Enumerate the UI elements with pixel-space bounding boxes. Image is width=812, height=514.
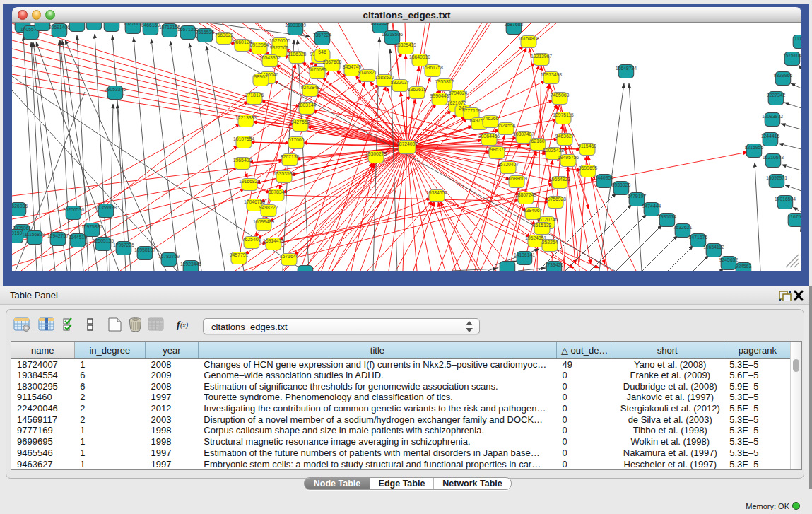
svg-text:15720407: 15720407 <box>498 162 519 167</box>
svg-text:8454749: 8454749 <box>343 64 362 69</box>
svg-text:3675685: 3675685 <box>308 67 327 72</box>
svg-text:1575104: 1575104 <box>783 53 801 58</box>
svg-text:6794024: 6794024 <box>449 90 468 95</box>
svg-text:16782759: 16782759 <box>158 254 180 259</box>
svg-text:8813054: 8813054 <box>371 23 390 25</box>
svg-text:10973493: 10973493 <box>541 72 562 77</box>
svg-text:9660124: 9660124 <box>233 40 252 45</box>
svg-text:7625402: 7625402 <box>242 237 261 242</box>
svg-text:19384554: 19384554 <box>426 190 447 195</box>
svg-text:17359928: 17359928 <box>95 205 117 210</box>
svg-text:19495756: 19495756 <box>558 155 579 160</box>
svg-text:9329966: 9329966 <box>774 73 793 78</box>
svg-text:9327505: 9327505 <box>270 45 289 50</box>
svg-text:2718176: 2718176 <box>245 93 264 98</box>
svg-text:19756928: 19756928 <box>545 197 566 201</box>
svg-text:16914479: 16914479 <box>263 238 284 243</box>
svg-text:12505135: 12505135 <box>93 238 114 243</box>
svg-text:16543362: 16543362 <box>259 55 281 60</box>
svg-text:746266: 746266 <box>483 116 499 121</box>
svg-text:8215955: 8215955 <box>745 145 764 150</box>
svg-text:8912954: 8912954 <box>250 42 269 47</box>
svg-text:2867608: 2867608 <box>323 59 342 64</box>
svg-text:13353594: 13353594 <box>273 171 295 176</box>
svg-text:19654923: 19654923 <box>549 177 570 182</box>
svg-text:16099489: 16099489 <box>253 219 274 224</box>
svg-text:9146821: 9146821 <box>358 70 377 75</box>
svg-text:8267130: 8267130 <box>281 154 300 159</box>
svg-text:12093872: 12093872 <box>762 114 783 119</box>
svg-text:1965493: 1965493 <box>233 158 252 163</box>
svg-text:9463627: 9463627 <box>555 134 575 139</box>
svg-text:2687682: 2687682 <box>505 23 524 27</box>
svg-text:10688609: 10688609 <box>506 176 527 181</box>
svg-text:8186328: 8186328 <box>288 52 307 57</box>
svg-text:15692971: 15692971 <box>766 175 787 180</box>
svg-text:9242848: 9242848 <box>301 85 320 90</box>
svg-text:7485063: 7485063 <box>551 93 570 98</box>
svg-text:6479197: 6479197 <box>628 194 647 199</box>
svg-text:39159: 39159 <box>12 230 23 235</box>
svg-text:7632621: 7632621 <box>673 225 693 230</box>
svg-text:3624554: 3624554 <box>497 123 516 128</box>
svg-text:62160: 62160 <box>531 139 545 144</box>
svg-text:19166825: 19166825 <box>239 179 260 184</box>
svg-text:9227342: 9227342 <box>767 93 786 98</box>
svg-text:7357224: 7357224 <box>313 33 332 37</box>
svg-text:16961758: 16961758 <box>422 65 443 70</box>
svg-text:9245652: 9245652 <box>719 257 739 262</box>
svg-text:(x): (x) <box>180 321 189 329</box>
svg-text:10107554: 10107554 <box>233 136 254 141</box>
svg-text:16648784: 16648784 <box>616 66 637 71</box>
svg-text:1571644: 1571644 <box>280 254 299 259</box>
svg-text:17046756: 17046756 <box>244 199 265 204</box>
svg-text:15226055: 15226055 <box>269 38 290 43</box>
svg-text:1362615: 1362615 <box>408 87 427 92</box>
svg-text:7955812: 7955812 <box>435 79 454 84</box>
svg-text:11156829: 11156829 <box>24 232 45 237</box>
svg-text:1244415: 1244415 <box>761 134 780 139</box>
svg-text:9699695: 9699695 <box>579 165 598 170</box>
svg-text:19300273: 19300273 <box>365 151 387 156</box>
svg-text:20364456: 20364456 <box>478 134 500 139</box>
svg-text:8938928: 8938928 <box>612 182 631 187</box>
svg-text:9474444: 9474444 <box>642 204 661 209</box>
svg-text:17957225: 17957225 <box>113 243 134 247</box>
svg-text:16154808: 16154808 <box>518 36 539 41</box>
svg-text:10807487: 10807487 <box>513 132 534 136</box>
svg-text:6466160: 6466160 <box>141 23 160 28</box>
svg-text:2935114: 2935114 <box>658 214 676 219</box>
svg-text:1527602: 1527602 <box>124 23 143 26</box>
svg-text:10958107: 10958107 <box>134 247 155 252</box>
svg-text:1144519: 1144519 <box>69 235 87 240</box>
svg-text:9498222: 9498222 <box>259 205 278 210</box>
svg-text:1588520: 1588520 <box>375 75 394 80</box>
svg-text:1621072: 1621072 <box>447 100 466 105</box>
svg-text:18807249: 18807249 <box>515 192 536 197</box>
svg-text:8471676: 8471676 <box>689 235 708 240</box>
svg-text:546: 546 <box>318 49 326 54</box>
svg-text:924563: 924563 <box>736 264 752 269</box>
svg-text:1440954: 1440954 <box>595 175 614 180</box>
svg-text:20691406: 20691406 <box>49 25 70 30</box>
svg-text:13325419: 13325419 <box>395 42 416 47</box>
svg-text:12213383: 12213383 <box>235 115 257 120</box>
svg-text:10654112: 10654112 <box>703 245 724 250</box>
svg-text:8322037: 8322037 <box>391 80 410 85</box>
svg-text:18640910: 18640910 <box>409 54 430 59</box>
svg-text:9990448: 9990448 <box>430 93 449 98</box>
svg-text:2626035: 2626035 <box>12 204 28 209</box>
svg-text:10025438: 10025438 <box>543 148 564 153</box>
svg-text:9115460: 9115460 <box>578 144 596 148</box>
svg-text:12975115: 12975115 <box>553 112 574 117</box>
svg-text:116753: 116753 <box>788 214 801 219</box>
svg-text:16033809: 16033809 <box>285 23 306 28</box>
svg-text:517006: 517006 <box>288 137 305 142</box>
svg-text:1733426: 1733426 <box>545 262 564 267</box>
svg-text:98902: 98902 <box>254 74 268 79</box>
svg-text:12942757: 12942757 <box>47 233 69 238</box>
svg-text:9777169: 9777169 <box>462 108 481 113</box>
svg-text:252254: 252254 <box>542 240 558 245</box>
svg-text:8427552: 8427552 <box>291 119 310 124</box>
svg-text:9384067: 9384067 <box>524 208 543 213</box>
